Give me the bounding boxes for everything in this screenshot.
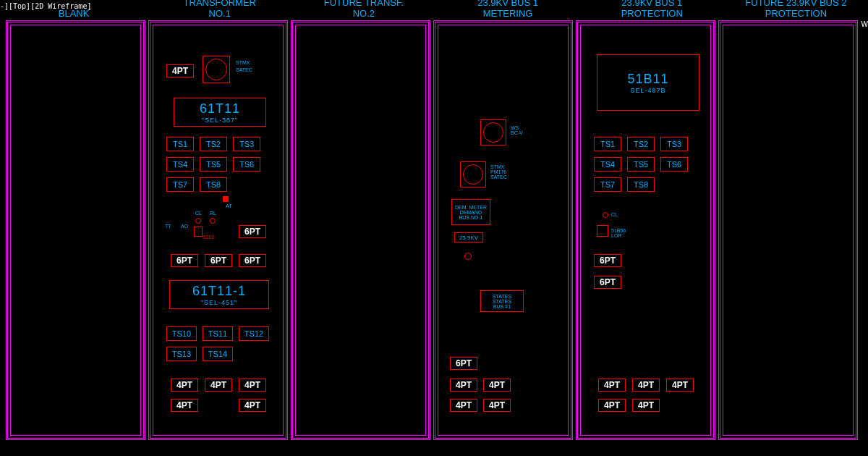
ts-block: TS4: [594, 157, 621, 172]
meter-icon: [480, 119, 506, 145]
panel-row: 4PT STMX SATEC 61T11 "SEL-387" TS1 TS2 T…: [0, 20, 868, 440]
pt-block: 6PT: [239, 225, 266, 238]
pt-block: 4PT: [205, 379, 232, 392]
relay-model: "SEL-387": [202, 117, 238, 124]
pt-block: 4PT: [632, 379, 660, 392]
pt-block: 4PT: [483, 399, 511, 412]
panel-inner: [438, 25, 569, 436]
ts-block: TS6: [233, 157, 260, 172]
pt-block: 4PT: [632, 399, 660, 412]
relay-model: SEL-487B: [630, 87, 665, 94]
lockout-icon: [597, 225, 608, 237]
indicator-icon: [210, 218, 216, 224]
switch-icon: [194, 227, 203, 237]
ts-block: TS3: [660, 137, 688, 151]
pt-block: 6PT: [594, 276, 621, 289]
header-metering: 23.9KV BUS 1 METERING: [436, 0, 580, 20]
ts-block: TS5: [200, 157, 227, 172]
pt-block: 4PT: [598, 379, 626, 392]
relay-61t11: 61T11 "SEL-387": [174, 98, 266, 127]
pt-block: 4PT: [166, 64, 194, 77]
small-device-icon: [223, 196, 229, 202]
header-protection1: 23.9KV BUS 1 PROTECTION: [580, 0, 724, 20]
panel-protection1: 51B11 SEL-487B TS1 TS2 TS3 TS4 TS5 TS6 T…: [576, 20, 715, 440]
tt-label: TT: [165, 224, 171, 229]
ts-block: TS12: [239, 326, 269, 341]
wcs-indicator: W: [861, 20, 868, 28]
ts-block: TS6: [660, 157, 688, 172]
panel-inner: [723, 25, 854, 436]
panel-metering: WS BC-V STMX PM176 SATEC DEM. METER DEMA…: [433, 20, 573, 440]
pt-block: 4PT: [239, 379, 266, 392]
pt-block: 4PT: [171, 399, 198, 412]
pt-block: 6PT: [171, 254, 198, 267]
ao-label: AO: [181, 224, 188, 229]
panel-inner: [295, 25, 426, 436]
panel-blank: [6, 20, 145, 440]
relay-61t11-1: 61T11-1 "SEL-451": [169, 280, 269, 309]
ts-block: TS7: [166, 177, 194, 192]
header-protection2: FUTURE 23.9KV BUS 2 PROTECTION: [724, 0, 868, 20]
pt-block: 6PT: [594, 254, 621, 267]
ts-block: TS1: [166, 137, 194, 151]
panel-inner: [10, 25, 141, 436]
pt-block: 4PT: [171, 379, 198, 392]
ts-block: TS10: [166, 326, 197, 341]
satec-label: SATEC: [236, 67, 252, 72]
ts-block: TS2: [200, 137, 227, 151]
ts-block: TS2: [627, 137, 655, 151]
ws-label: WS BC-V: [511, 125, 523, 135]
pt-block: 4PT: [450, 399, 477, 412]
panel-headers: BLANK TRANSFORMER NO.1 FUTURE TRANSF. NO…: [0, 0, 868, 20]
indicator-icon: [195, 218, 201, 224]
pt-block: 4PT: [450, 379, 477, 392]
pt-block: 4PT: [483, 379, 511, 392]
stmx-label: STMX PM176 SATEC: [490, 164, 507, 180]
pt-block: 6PT: [450, 357, 477, 370]
view-mode-label: -][Top][2D Wireframe]: [0, 2, 91, 10]
relay-51b11: 51B11 SEL-487B: [597, 54, 699, 111]
ts-block: TS8: [627, 177, 655, 192]
lockout-label: 51B56 LOR: [611, 228, 626, 238]
ts-block: TS4: [166, 157, 194, 172]
ts-block: TS14: [203, 347, 233, 361]
ts-block: TS1: [594, 137, 621, 151]
pt-block: 6PT: [239, 254, 266, 267]
header-transformer2: FUTURE TRANSF. NO.2: [292, 0, 435, 20]
ts-block: TS11: [203, 326, 233, 341]
cl-label: CL: [611, 212, 618, 217]
pt-block: 4PT: [666, 379, 694, 392]
pt-block: 4PT: [598, 399, 626, 412]
indicator-icon: [603, 212, 608, 218]
panel-protection2: [718, 20, 858, 440]
relay-model: "SEL-451": [201, 299, 237, 306]
panel-transformer1: 4PT STMX SATEC 61T11 "SEL-387" TS1 TS2 T…: [148, 20, 288, 440]
header-transformer1: TRANSFORMER NO.1: [148, 0, 292, 20]
rl-label: RL: [210, 211, 216, 216]
states-block: STATES STATES BUS #1: [480, 290, 524, 312]
voltage-label: 23.9KV: [454, 232, 483, 242]
meter-icon: [460, 161, 486, 187]
relay-id: 51B11: [627, 72, 668, 87]
ts-block: TS7: [594, 177, 621, 192]
relay-id: 61T11-1: [192, 284, 246, 299]
pt-block: 6PT: [205, 254, 232, 267]
sync-scope: [203, 56, 230, 83]
pt-block: 4PT: [239, 399, 266, 412]
ts-block: TS8: [200, 177, 227, 192]
indicator-icon: [464, 253, 472, 260]
s101-label: S101: [203, 235, 214, 240]
panel-transformer2: [291, 20, 430, 440]
stmx-label: STMX: [236, 60, 250, 65]
at-label: AT: [226, 203, 231, 208]
ts-block: TS5: [627, 157, 655, 172]
relay-id: 61T11: [200, 101, 240, 117]
header-blank: BLANK: [0, 9, 148, 20]
cl-label: CL: [195, 211, 202, 216]
ts-block: TS3: [233, 137, 260, 151]
ts-block: TS13: [166, 347, 197, 361]
demand-meter: DEM. METER DEMAND BUS NO.1: [451, 199, 490, 225]
